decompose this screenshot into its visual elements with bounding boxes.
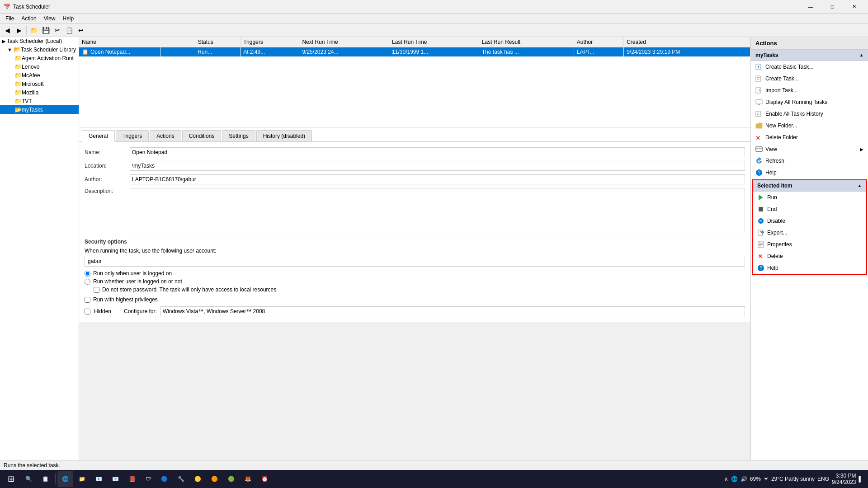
action-import-task[interactable]: Import Task... [751, 84, 868, 96]
action-delete[interactable]: ✕ Delete [753, 250, 866, 262]
mytasks-section-title[interactable]: myTasks ▲ [751, 50, 868, 61]
col-author[interactable]: Author [574, 37, 623, 47]
mytasks-chevron-icon: ▲ [859, 53, 863, 57]
radio-logged-on-input[interactable] [85, 271, 90, 277]
right-panel: Actions myTasks ▲ ✦ Create Basic Task...… [750, 37, 868, 488]
action-enable-history[interactable]: ✓ Enable All Tasks History [751, 108, 868, 120]
no-store-pwd-checkbox[interactable] [94, 287, 99, 293]
action-refresh[interactable]: Refresh [751, 155, 868, 167]
taskbar-task-view[interactable]: 📋 [38, 471, 53, 487]
minimize-button[interactable]: — [800, 0, 821, 14]
action-export[interactable]: Export... [753, 227, 866, 239]
taskbar-ebook[interactable]: 📕 [124, 471, 140, 487]
col-last-result[interactable]: Last Run Result [479, 37, 574, 47]
tree-mozilla-label: Mozilla [22, 89, 38, 96]
center-panel: Name Status Triggers Next Run Time Last … [79, 37, 750, 488]
action-create-basic[interactable]: ✦ Create Basic Task... [751, 61, 868, 73]
table-row[interactable]: 📋 Open Notepad... Run... At 2:49... 9/25… [79, 47, 750, 57]
svg-text:?: ? [758, 170, 761, 175]
action-run[interactable]: Run [753, 192, 866, 203]
tree-mcafee[interactable]: 📁 McAfee [0, 71, 79, 80]
start-button[interactable]: ⊞ [2, 471, 20, 487]
taskbar-shield[interactable]: 🛡 [141, 471, 156, 487]
menu-file[interactable]: File [2, 14, 18, 23]
close-button[interactable]: ✕ [844, 0, 864, 14]
action-help-selected[interactable]: ? Help [753, 262, 866, 274]
configure-row: Hidden Configure for: [85, 306, 745, 316]
col-triggers[interactable]: Triggers [241, 37, 299, 47]
action-display-all[interactable]: Display All Running Tasks [751, 96, 868, 108]
tree-lenovo[interactable]: 📁 Lenovo [0, 62, 79, 71]
location-input[interactable] [130, 161, 745, 171]
taskbar-firefox[interactable]: 🦊 [240, 471, 256, 487]
action-new-folder[interactable]: New Folder... [751, 120, 868, 131]
radio-whether: Run whether user is logged on or not [85, 278, 745, 285]
configure-input[interactable] [160, 306, 745, 316]
description-input[interactable] [130, 188, 745, 233]
run-highest-checkbox[interactable] [85, 297, 90, 303]
action-view[interactable]: View ▶ [751, 143, 868, 155]
tree-mytasks[interactable]: 📂 myTasks [0, 105, 79, 114]
toolbar-btn-2[interactable]: 💾 [40, 25, 51, 36]
tab-actions[interactable]: Actions [150, 130, 181, 141]
selected-item-section-title[interactable]: Selected Item ▲ [753, 180, 866, 192]
details-panel: General Triggers Actions Conditions Sett… [79, 127, 750, 488]
taskbar-circle1[interactable]: 🟡 [190, 471, 206, 487]
menu-action[interactable]: Action [18, 14, 40, 23]
refresh-icon [755, 157, 763, 164]
action-create-task[interactable]: Create Task... [751, 73, 868, 84]
tab-history[interactable]: History (disabled) [256, 130, 312, 141]
tree-agent[interactable]: 📁 Agent Activation Runt [0, 54, 79, 62]
taskbar-blue[interactable]: 🔵 [156, 471, 172, 487]
tree-microsoft[interactable]: 📁 Microsoft [0, 80, 79, 88]
battery-level: 69% [750, 476, 761, 482]
taskbar-search[interactable]: 🔍 [21, 471, 37, 487]
tree-library[interactable]: ▼ 📂 Task Scheduler Library [0, 45, 79, 54]
tvt-folder-icon: 📁 [14, 98, 22, 104]
hidden-checkbox[interactable] [85, 309, 90, 314]
taskbar-circle2[interactable]: 🟠 [207, 471, 222, 487]
author-input[interactable] [130, 174, 745, 184]
toolbar-btn-4[interactable]: 📋 [64, 25, 75, 36]
taskbar-arrow-icon[interactable]: ∧ [724, 476, 728, 482]
radio-whether-input[interactable] [85, 279, 90, 285]
col-created[interactable]: Created [624, 37, 750, 47]
toolbar-btn-5[interactable]: ↩ [75, 25, 86, 36]
tab-conditions[interactable]: Conditions [182, 130, 222, 141]
tab-triggers[interactable]: Triggers [116, 130, 149, 141]
disable-icon [757, 217, 764, 225]
tab-settings[interactable]: Settings [222, 130, 255, 141]
taskbar-mail1[interactable]: 📧 [91, 471, 107, 487]
col-last-run[interactable]: Last Run Time [389, 37, 479, 47]
no-store-pwd-item: Do not store password. The task will onl… [94, 286, 745, 293]
show-desktop-icon[interactable]: ▌ [859, 476, 863, 482]
back-button[interactable]: ◀ [2, 25, 13, 36]
toolbar-btn-1[interactable]: 📁 [28, 25, 39, 36]
forward-button[interactable]: ▶ [14, 25, 24, 36]
name-input[interactable] [130, 147, 745, 157]
status-bar: Runs the selected task. [0, 460, 868, 470]
taskbar-circle3[interactable]: 🟢 [223, 471, 239, 487]
toolbar-btn-3[interactable]: ✂ [52, 25, 63, 36]
taskbar-mail2[interactable]: 📧 [108, 471, 123, 487]
action-display-all-label: Display All Running Tasks [765, 99, 827, 105]
tab-general[interactable]: General [82, 130, 115, 142]
action-end[interactable]: End [753, 203, 866, 215]
col-next-run[interactable]: Next Run Time [299, 37, 389, 47]
maximize-button[interactable]: □ [822, 0, 843, 14]
menu-view[interactable]: View [40, 14, 59, 23]
action-delete-folder[interactable]: ✕ Delete Folder [751, 131, 868, 143]
tree-mozilla[interactable]: 📁 Mozilla [0, 88, 79, 97]
taskbar-clock[interactable]: ⏰ [257, 471, 273, 487]
tree-root[interactable]: ▶ Task Scheduler (Local) [0, 37, 79, 45]
taskbar-edge[interactable]: 🌐 [57, 471, 73, 487]
action-properties[interactable]: Properties [753, 239, 866, 250]
col-name[interactable]: Name [79, 37, 195, 47]
col-status[interactable]: Status [195, 37, 240, 47]
taskbar-explorer[interactable]: 📁 [74, 471, 90, 487]
action-help-mytasks[interactable]: ? Help [751, 167, 868, 178]
action-disable[interactable]: Disable [753, 215, 866, 227]
tree-tvt[interactable]: 📁 TVT [0, 97, 79, 105]
menu-help[interactable]: Help [59, 14, 78, 23]
taskbar-settings[interactable]: 🔧 [173, 471, 189, 487]
